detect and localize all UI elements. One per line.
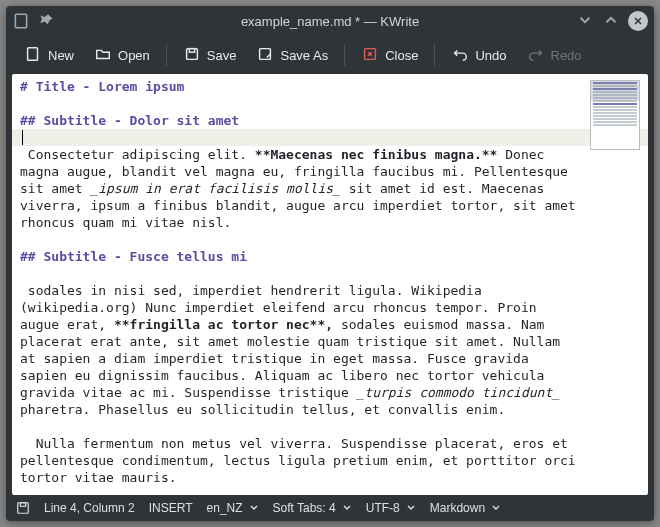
svg-rect-7 [20,503,25,507]
save-icon [183,45,201,66]
new-button[interactable]: New [16,41,82,70]
heading-2a: ## Subtitle - Dolor sit amet [20,113,239,128]
editor-area: # Title - Lorem ipsum ## Subtitle - Dolo… [12,74,648,495]
encoding-label: UTF-8 [366,501,400,515]
redo-icon [527,45,545,66]
app-menu-icon[interactable] [12,12,30,30]
svg-rect-6 [18,503,29,514]
close-label: Close [385,48,418,63]
text-cursor [22,130,23,145]
close-window-icon[interactable] [628,11,648,31]
folder-open-icon [94,45,112,66]
file-new-icon [24,45,42,66]
close-doc-button[interactable]: Close [353,41,426,70]
open-button[interactable]: Open [86,41,158,70]
minimize-icon[interactable] [576,11,594,29]
para1-a: Consectetur adipiscing elit. [20,147,255,162]
redo-button: Redo [519,41,590,70]
redo-label: Redo [551,48,582,63]
save-status-icon[interactable] [16,501,30,515]
save-label: Save [207,48,237,63]
svg-rect-1 [28,47,38,60]
window-title: example_name.md * — KWrite [6,14,654,29]
save-as-button[interactable]: Save As [248,41,336,70]
close-doc-icon [361,45,379,66]
svg-rect-3 [189,48,194,52]
syntax-selector[interactable]: Markdown [430,501,501,515]
toolbar: New Open Save Save As Close Undo Redo [6,36,654,74]
minimap-viewport[interactable] [591,81,639,101]
pin-icon[interactable] [38,12,56,30]
separator [344,44,345,66]
indent-label: Soft Tabs: 4 [273,501,336,515]
chevron-down-icon [491,503,501,513]
insert-mode[interactable]: INSERT [149,501,193,515]
para2-ital: _turpis commodo tincidunt_ [357,385,561,400]
titlebar[interactable]: example_name.md * — KWrite [6,6,654,36]
undo-label: Undo [475,48,506,63]
encoding-selector[interactable]: UTF-8 [366,501,416,515]
chevron-down-icon [406,503,416,513]
statusbar: Line 4, Column 2 INSERT en_NZ Soft Tabs:… [6,495,654,521]
cursor-position[interactable]: Line 4, Column 2 [44,501,135,515]
chevron-down-icon [249,503,259,513]
maximize-icon[interactable] [602,11,620,29]
para1-ital: _ipsum in erat facilisis mollis_ [90,181,340,196]
locale-selector[interactable]: en_NZ [207,501,259,515]
save-as-label: Save As [280,48,328,63]
indent-selector[interactable]: Soft Tabs: 4 [273,501,352,515]
locale-label: en_NZ [207,501,243,515]
svg-rect-2 [186,48,197,59]
text-editor[interactable]: # Title - Lorem ipsum ## Subtitle - Dolo… [20,78,578,491]
syntax-label: Markdown [430,501,485,515]
minimap[interactable] [590,80,640,150]
heading-1: # Title - Lorem ipsum [20,79,184,94]
svg-rect-4 [260,48,271,59]
heading-2b: ## Subtitle - Fusce tellus mi [20,249,247,264]
svg-rect-0 [15,14,26,28]
para2-bold: **fringilla ac tortor nec**, [114,317,333,332]
save-button[interactable]: Save [175,41,245,70]
separator [434,44,435,66]
app-window: example_name.md * — KWrite New Open Save [6,6,654,521]
undo-icon [451,45,469,66]
new-label: New [48,48,74,63]
chevron-down-icon [342,503,352,513]
open-label: Open [118,48,150,63]
save-as-icon [256,45,274,66]
para1-bold: **Maecenas nec finibus magna.** [255,147,498,162]
undo-button[interactable]: Undo [443,41,514,70]
separator [166,44,167,66]
blockquote: Nulla fermentum non metus vel viverra. S… [20,436,584,485]
